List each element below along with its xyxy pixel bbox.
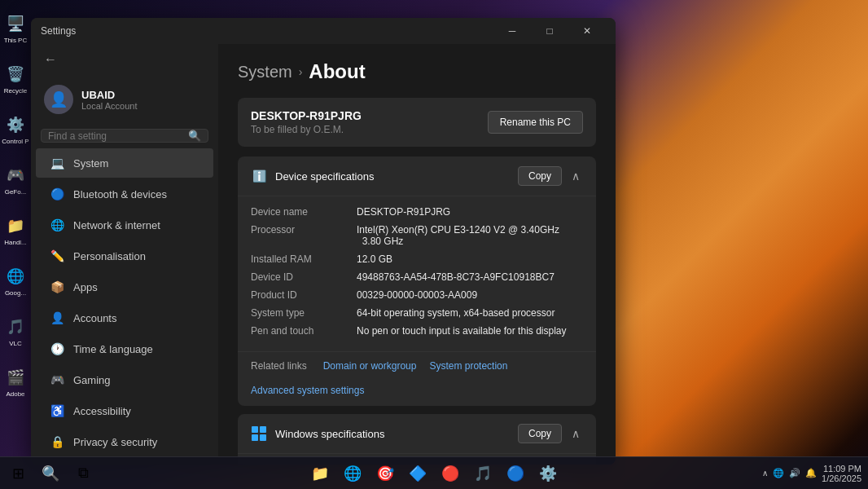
sidebar-item-personalization[interactable]: ✏️ Personalisation	[36, 241, 213, 271]
search-icon: 🔍	[188, 130, 201, 142]
related-links: Related links Domain or workgroup System…	[238, 351, 596, 406]
desktop-icon-ae[interactable]: 🎬 Adobe	[1, 357, 30, 406]
desktop-icon-control[interactable]: ⚙️ Control P	[1, 104, 30, 153]
settings-window: Settings ─ □ ✕ ← 👤 UBAID Local Acco	[31, 18, 616, 465]
desktop-icon-geforce[interactable]: 🎮 GeFo...	[1, 155, 30, 204]
taskbar-chevron[interactable]: ∧	[762, 469, 768, 478]
user-info: UBAID Local Account	[81, 89, 138, 111]
accounts-icon: 👤	[49, 310, 65, 326]
taskbar-settings[interactable]: ⚙️	[533, 459, 563, 488]
privacy-icon: 🔒	[49, 434, 65, 450]
window-body: ← 👤 UBAID Local Account 🔍 �	[31, 44, 616, 465]
windows-logo-icon	[251, 425, 267, 442]
time-display: 11:09 PM	[822, 464, 861, 474]
domain-workgroup-link[interactable]: Domain or workgroup	[323, 360, 417, 372]
windows-specs-copy-button[interactable]: Copy	[518, 424, 562, 443]
windows-specs-title: Windows specifications	[275, 428, 384, 440]
sidebar-item-label: System	[73, 157, 108, 170]
device-specs-body: Device name DESKTOP-R91PJRG Processor In…	[238, 196, 596, 351]
sidebar-item-label: Apps	[73, 281, 98, 293]
date-display: 1/26/2025	[822, 474, 861, 483]
back-button[interactable]: ←	[41, 49, 60, 70]
desktop-icon-chrome[interactable]: 🌐 Goog...	[1, 256, 30, 305]
spec-row-product-id: Product ID 00329-00000-00003-AA009	[251, 286, 583, 304]
taskbar-app3[interactable]: 🔴	[436, 459, 465, 488]
desktop: 🖥️ This PC 🗑️ Recycle ⚙️ Control P 🎮 GeF…	[0, 0, 868, 489]
sidebar-item-apps[interactable]: 📦 Apps	[36, 272, 213, 302]
related-links-label: Related links	[251, 360, 307, 372]
sidebar-item-network[interactable]: 🌐 Network & internet	[36, 210, 213, 240]
spec-row-device-id: Device ID 49488763-AA54-478B-8C73-A9FC10…	[251, 268, 583, 286]
task-view-button[interactable]: ⧉	[68, 459, 98, 488]
breadcrumb-chevron: ›	[299, 65, 303, 78]
sidebar-item-label: Network & internet	[73, 219, 160, 231]
taskbar-right: ∧ 🌐 🔊 🔔 11:09 PM 1/26/2025	[762, 464, 868, 483]
sidebar-item-bluetooth[interactable]: 🔵 Bluetooth & devices	[36, 179, 213, 209]
taskbar: ⊞ 🔍 ⧉ 📁 🌐 🎯 🔷 🔴 🎵 🔵 ⚙️ ∧ 🌐 🔊 🔔 11:09 PM …	[0, 456, 868, 489]
device-specs-icon: ℹ️	[251, 168, 267, 184]
breadcrumb-parent: System	[238, 63, 292, 82]
time-icon: 🕐	[49, 341, 65, 357]
close-button[interactable]: ✕	[568, 18, 606, 44]
volume-icon[interactable]: 🔊	[789, 468, 800, 478]
sidebar-item-label: Accessibility	[73, 405, 131, 417]
account-type: Local Account	[81, 101, 138, 111]
notification-icon[interactable]: 🔔	[805, 468, 817, 478]
sidebar-item-label: Bluetooth & devices	[73, 188, 167, 200]
taskbar-app2[interactable]: 🔷	[403, 459, 432, 488]
spec-row-system-type: System type 64-bit operating system, x64…	[251, 304, 583, 322]
device-specs-copy-button[interactable]: Copy	[518, 166, 562, 186]
network-icon: 🌐	[49, 217, 65, 233]
sidebar-item-accounts[interactable]: 👤 Accounts	[36, 303, 213, 333]
taskbar-file-explorer[interactable]: 📁	[305, 459, 335, 488]
windows-specs-header[interactable]: Windows specifications Copy ∧	[238, 414, 596, 453]
pc-name: DESKTOP-R91PJRG	[251, 109, 362, 122]
taskbar-app5[interactable]: 🔵	[501, 459, 530, 488]
sidebar-item-accessibility[interactable]: ♿ Accessibility	[36, 396, 213, 425]
desktop-icon-thispc[interactable]: 🖥️ This PC	[1, 3, 30, 52]
title-bar-controls: ─ □ ✕	[493, 18, 606, 44]
desktop-icon-handler[interactable]: 📁 Handl...	[1, 205, 30, 254]
title-bar: Settings ─ □ ✕	[31, 18, 616, 44]
device-specs-title: Device specifications	[275, 170, 374, 183]
minimize-button[interactable]: ─	[493, 18, 531, 44]
user-section[interactable]: 👤 UBAID Local Account	[31, 75, 218, 124]
windows-spec-header-right: Copy ∧	[518, 424, 583, 443]
maximize-button[interactable]: □	[531, 18, 568, 44]
pc-name-info: DESKTOP-R91PJRG To be filled by O.E.M.	[251, 109, 362, 135]
device-specs-chevron[interactable]: ∧	[568, 168, 583, 184]
rename-pc-button[interactable]: Rename this PC	[488, 111, 583, 134]
search-input[interactable]	[48, 130, 188, 142]
spec-row-processor: Processor Intel(R) Xeon(R) CPU E3-1240 V…	[251, 221, 583, 250]
network-status-icon[interactable]: 🌐	[773, 468, 784, 478]
sidebar-item-time[interactable]: 🕐 Time & language	[36, 334, 213, 363]
desktop-icon-vlc[interactable]: 🎵 VLC	[1, 306, 30, 355]
start-button[interactable]: ⊞	[3, 459, 33, 488]
taskbar-time[interactable]: 11:09 PM 1/26/2025	[822, 464, 861, 483]
sidebar-item-system[interactable]: 💻 System	[36, 148, 213, 178]
search-taskbar-button[interactable]: 🔍	[36, 459, 65, 488]
sidebar-item-privacy[interactable]: 🔒 Privacy & security	[36, 427, 213, 456]
spec-row-device-name: Device name DESKTOP-R91PJRG	[251, 203, 583, 221]
taskbar-app1[interactable]: 🎯	[370, 459, 400, 488]
sidebar-item-label: Personalisation	[73, 250, 146, 262]
username: UBAID	[81, 89, 138, 101]
personalization-icon: ✏️	[49, 248, 65, 264]
sidebar-item-label: Accounts	[73, 312, 116, 324]
taskbar-chrome[interactable]: 🌐	[338, 459, 367, 488]
spec-row-ram: Installed RAM 12.0 GB	[251, 250, 583, 268]
taskbar-app4[interactable]: 🎵	[468, 459, 498, 488]
windows-specs-chevron[interactable]: ∧	[568, 425, 583, 442]
sidebar-item-gaming[interactable]: 🎮 Gaming	[36, 365, 213, 394]
search-box[interactable]: 🔍	[41, 129, 208, 143]
system-protection-link[interactable]: System protection	[429, 360, 507, 372]
advanced-system-settings-link[interactable]: Advanced system settings	[251, 385, 364, 396]
spec-header-left: ℹ️ Device specifications	[251, 168, 374, 184]
device-specs-header[interactable]: ℹ️ Device specifications Copy ∧	[238, 156, 596, 196]
device-specs-section: ℹ️ Device specifications Copy ∧ Device n…	[238, 156, 596, 406]
pc-name-section: DESKTOP-R91PJRG To be filled by O.E.M. R…	[238, 98, 596, 147]
desktop-icons: 🖥️ This PC 🗑️ Recycle ⚙️ Control P 🎮 GeF…	[0, 0, 31, 456]
apps-icon: 📦	[49, 279, 65, 295]
taskbar-left: ⊞ 🔍 ⧉	[0, 459, 98, 488]
desktop-icon-recycle[interactable]: 🗑️ Recycle	[1, 54, 30, 103]
